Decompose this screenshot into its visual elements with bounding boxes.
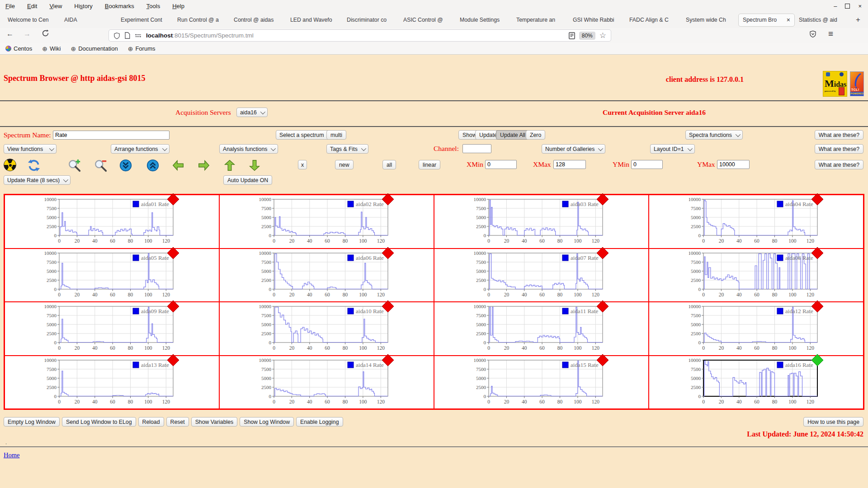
menu-icon[interactable]: ≡ [828,29,833,39]
menu-item-bookmarks[interactable]: Bookmarks [105,3,134,9]
enable-logging-button[interactable]: Enable Logging [296,417,343,427]
what-are-these-button-2[interactable]: What are these? [815,144,863,154]
tab-aida[interactable]: AIDA [60,14,117,27]
bookmark-centos[interactable]: Centos [5,45,32,52]
new-button[interactable]: new [335,160,354,169]
shrink-vertical-icon[interactable] [119,159,132,172]
spectrum-name-input[interactable] [53,131,170,140]
back-button[interactable]: ← [6,30,14,38]
acquisition-server-select[interactable]: aida16 [236,108,268,117]
zoom-indicator[interactable]: 80% [579,32,595,40]
radiation-icon[interactable] [4,159,17,172]
show-log-window-button[interactable]: Show Log Window [240,417,294,427]
menu-item-file[interactable]: File [5,3,15,9]
spectra-functions-dropdown[interactable]: Spectra functions [685,130,743,140]
spectrum-cell-aida08[interactable]: 025005000750010000020406080100120aida08 … [649,249,863,302]
spectrum-cell-aida11[interactable]: 025005000750010000020406080100120aida11 … [434,302,649,356]
menu-item-view[interactable]: View [49,3,62,9]
spectrum-cell-aida03[interactable]: 025005000750010000020406080100120aida03 … [434,195,649,249]
ymin-input[interactable] [631,160,663,169]
arrow-down-icon[interactable] [248,159,261,172]
tab-led-and-wavefo[interactable]: LED and Wavefo [286,14,343,27]
maximize-button[interactable] [845,4,850,9]
tags-fits-dropdown[interactable]: Tags & Fits [326,144,368,154]
refresh-icon[interactable] [27,159,41,172]
home-link[interactable]: Home [4,451,19,459]
xmin-input[interactable] [485,160,517,169]
tab-control-aidas[interactable]: Control @ aidas [230,14,286,27]
send-log-window-to-elog-button[interactable]: Send Log Window to ELog [62,417,136,427]
minimize-button[interactable]: – [834,3,837,9]
analysis-functions-dropdown[interactable]: Analysis functions [219,144,278,154]
empty-log-window-button[interactable]: Empty Log Window [4,417,60,427]
arrow-up-icon[interactable] [223,159,236,172]
forward-button[interactable]: → [24,30,31,38]
tab-close-icon[interactable]: × [787,14,790,26]
auto-update-button[interactable]: Auto Update ON [223,175,272,185]
tab-fadc-align-c[interactable]: FADC Align & C [625,14,682,27]
bookmark-wiki[interactable]: ⊕Wiki [42,45,61,52]
spectrum-cell-aida12[interactable]: 025005000750010000020406080100120aida12 … [649,302,863,356]
tab-module-settings[interactable]: Module Settings [456,14,512,27]
bookmark-documentation[interactable]: ⊕Documentation [71,45,118,52]
reader-view-icon[interactable] [569,32,575,39]
how-to-use-button[interactable]: How to use this page [803,417,863,427]
spectrum-cell-aida02[interactable]: 025005000750010000020406080100120aida02 … [219,195,434,249]
arrange-functions-dropdown[interactable]: Arrange functions [111,144,170,154]
tab-experiment-cont[interactable]: Experiment Cont [117,14,173,27]
arrow-left-icon[interactable] [171,159,185,172]
account-shield-icon[interactable] [809,30,816,39]
tab-temperature-an[interactable]: Temperature an [512,14,569,27]
menu-item-help[interactable]: Help [172,3,184,9]
spectrum-cell-aida14[interactable]: 025005000750010000020406080100120aida14 … [219,356,434,409]
spectrum-cell-aida04[interactable]: 025005000750010000020406080100120aida04 … [649,195,863,249]
tcl-logo[interactable]: TCL! POWERED [850,71,864,96]
new-tab-button[interactable]: + [856,15,860,24]
close-button[interactable]: × [858,3,862,9]
menu-item-history[interactable]: History [74,3,92,9]
tab-welcome-to-cen[interactable]: Welcome to Cen [4,14,60,27]
zoom-out-icon[interactable] [94,159,108,172]
all-button[interactable]: all [382,160,396,169]
url-bar[interactable]: localhost:8015/Spectrum/Spectrum.tml 80%… [108,29,611,42]
reload-button[interactable] [42,29,49,39]
update-rate-dropdown[interactable]: Update Rate (8 secs) [4,175,71,185]
select-spectrum-dropdown[interactable]: Select a spectrum [276,130,335,140]
linear-button[interactable]: linear [419,160,440,169]
midas-logo[interactable]: Midas powered by [823,71,847,97]
number-of-galleries-dropdown[interactable]: Number of Galleries [542,144,605,154]
xmax-input[interactable] [553,160,586,169]
shield-icon[interactable] [113,32,120,39]
what-are-these-button-3[interactable]: What are these? [815,160,863,169]
x-button[interactable]: x [298,160,307,169]
url-text[interactable]: localhost:8015/Spectrum/Spectrum.tml [146,32,565,39]
tab-spectrum-bro[interactable]: Spectrum Bro× [738,14,795,27]
bookmark-star-icon[interactable]: ☆ [599,31,606,40]
tab-asic-control[interactable]: ASIC Control @ [399,14,456,27]
spectrum-cell-aida16[interactable]: 025005000750010000020406080100120aida16 … [649,356,863,409]
spectrum-cell-aida07[interactable]: 025005000750010000020406080100120aida07 … [434,249,649,302]
bookmark-forums[interactable]: ⊕Forums [128,45,156,52]
channel-input[interactable] [462,144,491,153]
what-are-these-button-1[interactable]: What are these? [815,130,863,140]
spectrum-cell-aida06[interactable]: 025005000750010000020406080100120aida06 … [219,249,434,302]
tab-gsi-white-rabbi[interactable]: GSI White Rabbi [569,14,625,27]
menu-item-tools[interactable]: Tools [146,3,160,9]
spectrum-cell-aida01[interactable]: 025005000750010000020406080100120aida01 … [5,195,219,249]
page-info-icon[interactable] [124,32,130,39]
view-functions-dropdown[interactable]: View functions [4,144,57,154]
zero-button[interactable]: Zero [526,130,545,140]
ymax-input[interactable] [717,160,750,169]
tab-run-control-a[interactable]: Run Control @ a [173,14,230,27]
expand-vertical-icon[interactable] [146,159,160,172]
multi-button[interactable]: multi [326,130,346,140]
tab-statistics-aid[interactable]: Statistics @ aid [795,14,851,27]
spectrum-cell-aida09[interactable]: 025005000750010000020406080100120aida09 … [5,302,219,356]
zoom-in-icon[interactable] [68,159,81,172]
reload-button[interactable]: Reload [138,417,164,427]
update-all-button[interactable]: Update All [496,130,529,140]
tab-discriminator-co[interactable]: Discriminator co [343,14,399,27]
tab-system-wide-ch[interactable]: System wide Ch [682,14,738,27]
arrow-right-icon[interactable] [197,159,211,172]
menu-item-edit[interactable]: Edit [27,3,37,9]
